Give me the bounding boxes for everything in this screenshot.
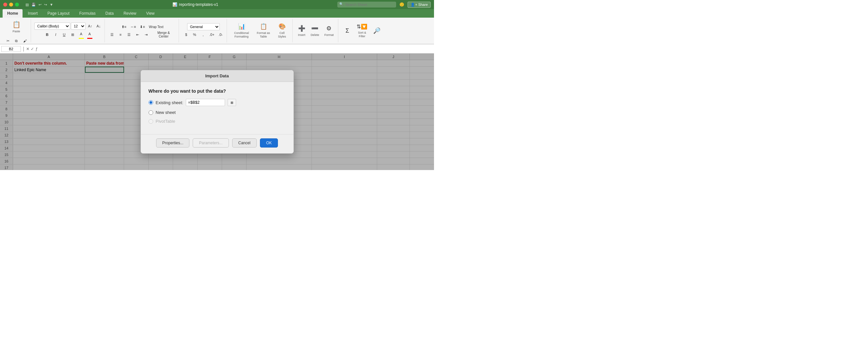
tab-formulas[interactable]: Formulas — [75, 9, 100, 18]
close-button[interactable] — [3, 3, 7, 6]
font-color-icon: A — [89, 32, 91, 36]
tab-data[interactable]: Data — [101, 9, 118, 18]
undo-icon[interactable]: ↩ — [38, 3, 41, 7]
underline-button[interactable]: U — [60, 31, 68, 38]
font-name-select[interactable]: Calibri (Body) — [34, 23, 70, 30]
dialog-overlay: Import Data Where do you want to put the… — [0, 54, 434, 170]
parameters-button[interactable]: Parameters... — [193, 138, 228, 148]
align-middle-button[interactable]: ↔≡ — [129, 23, 137, 30]
format-painter-button[interactable]: 🖌 — [21, 37, 29, 44]
format-painter-icon: 🖌 — [23, 39, 27, 43]
dialog-question: Where do you want to put the data? — [149, 89, 286, 94]
comma-button[interactable]: , — [199, 31, 207, 38]
tab-page-layout[interactable]: Page Layout — [43, 9, 74, 18]
formula-input[interactable] — [39, 47, 433, 51]
inc-decimal-button[interactable]: .0+ — [208, 31, 216, 38]
tab-home[interactable]: Home — [3, 9, 23, 18]
save-icon[interactable]: 💾 — [31, 3, 36, 7]
styles-row: 📊 Conditional Formatting 📋 Format as Tab… — [230, 21, 290, 40]
font-top-row: Calibri (Body) 12 A↑ A↓ — [34, 23, 102, 30]
delete-cells-icon: ➖ — [311, 25, 318, 32]
indent-increase-button[interactable]: ⇥ — [142, 31, 150, 38]
existing-sheet-radio[interactable] — [149, 100, 153, 105]
delete-cells-button[interactable]: ➖ Delete — [308, 21, 321, 40]
indent-decrease-button[interactable]: ⇤ — [133, 31, 142, 38]
format-cells-button[interactable]: ⚙ Format — [322, 21, 336, 40]
cell-styles-button[interactable]: 🎨 Cell Styles — [274, 21, 290, 40]
share-button[interactable]: 👤+ Share — [407, 2, 431, 8]
currency-icon: $ — [185, 33, 187, 36]
decrease-font-icon: A↓ — [97, 24, 101, 28]
italic-button[interactable]: I — [52, 31, 60, 38]
insert-cells-button[interactable]: ➕ Insert — [296, 21, 308, 40]
ok-button[interactable]: OK — [260, 138, 278, 148]
decrease-font-button[interactable]: A↓ — [95, 23, 102, 30]
existing-sheet-label: Existing sheet: — [156, 100, 184, 105]
font-bottom-row: B I U ⊞ A A — [43, 30, 94, 39]
font-color-bar — [87, 38, 92, 39]
existing-sheet-option: Existing sheet: ⊞ — [149, 99, 286, 106]
toolbar: 📋 Paste ✂ ⧉ 🖌 Calibri (Body) 12 A↑ A↓ — [0, 18, 434, 44]
paste-button[interactable]: 📋 Paste — [10, 17, 23, 36]
cancel-formula-icon[interactable]: ✕ — [26, 47, 29, 51]
currency-button[interactable]: $ — [182, 31, 190, 38]
insert-function-icon[interactable]: ƒ — [35, 47, 37, 51]
font-size-select[interactable]: 12 — [71, 23, 86, 30]
sheet-picker-button[interactable]: ⊞ — [227, 99, 236, 106]
search-input[interactable] — [337, 2, 396, 7]
align-left-button[interactable]: ☰ — [108, 31, 116, 38]
bold-button[interactable]: B — [43, 31, 51, 38]
clipboard-group: 📋 Paste ✂ ⧉ 🖌 — [2, 19, 31, 42]
percent-button[interactable]: % — [191, 31, 198, 38]
dec-decimal-button[interactable]: .0- — [217, 31, 225, 38]
alignment-bottom-row: ☰ ≡ ☰ ⇤ ⇥ Merge & Center — [108, 31, 177, 38]
sort-filter-icon: ⇅🔽 — [356, 24, 367, 30]
autosum-button[interactable]: Σ — [342, 21, 353, 40]
new-sheet-label: New sheet — [156, 110, 176, 115]
dec-decimal-icon: .0- — [218, 33, 223, 36]
find-select-button[interactable]: 🔎 — [371, 21, 383, 40]
confirm-formula-icon[interactable]: ✓ — [31, 47, 34, 51]
align-bottom-button[interactable]: ⬇≡ — [138, 23, 146, 30]
pivot-table-radio[interactable] — [149, 119, 153, 124]
align-top-button[interactable]: ⬆≡ — [120, 23, 128, 30]
pivot-table-label: PivotTable — [156, 119, 175, 124]
user-icon: 🙂 — [399, 2, 404, 7]
align-center-button[interactable]: ≡ — [117, 31, 124, 38]
sort-filter-button[interactable]: ⇅🔽 Sort & Filter — [354, 21, 370, 40]
copy-button[interactable]: ⧉ — [12, 37, 20, 44]
minimize-button[interactable] — [9, 3, 13, 6]
cut-button[interactable]: ✂ — [4, 37, 12, 44]
new-sheet-radio[interactable] — [149, 110, 153, 115]
formula-icons: ✕ ✓ ƒ — [26, 47, 37, 51]
merge-center-button[interactable]: Merge & Center — [151, 31, 177, 38]
align-right-button[interactable]: ☰ — [125, 31, 133, 38]
wrap-text-button[interactable]: Wrap Text — [147, 23, 165, 30]
existing-sheet-input[interactable] — [186, 99, 225, 106]
properties-button[interactable]: Properties... — [156, 138, 190, 148]
tab-view[interactable]: View — [142, 9, 159, 18]
maximize-button[interactable] — [15, 3, 19, 6]
highlight-button[interactable]: A — [78, 30, 85, 37]
file-icon: 📊 — [173, 2, 177, 7]
number-format-select[interactable]: General — [187, 23, 220, 30]
tab-insert[interactable]: Insert — [23, 9, 42, 18]
dialog-footer: Properties... Parameters... Cancel OK — [141, 134, 293, 153]
increase-font-button[interactable]: A↑ — [86, 23, 94, 30]
tab-review[interactable]: Review — [119, 9, 141, 18]
conditional-formatting-button[interactable]: 📊 Conditional Formatting — [230, 21, 253, 40]
share-icon: 👤+ — [410, 3, 417, 7]
more-icon[interactable]: ▼ — [50, 3, 53, 7]
redo-icon[interactable]: ↪ — [44, 3, 47, 7]
dialog-title: Import Data — [141, 70, 293, 82]
format-as-table-button[interactable]: 📋 Format as Table — [254, 21, 273, 40]
font-color-button[interactable]: A — [86, 30, 94, 37]
paste-icon: 📋 — [12, 21, 21, 28]
cancel-button[interactable]: Cancel — [232, 138, 257, 148]
borders-button[interactable]: ⊞ — [69, 31, 77, 38]
sidebar-icon[interactable]: ▤ — [26, 3, 29, 7]
copy-icon: ⧉ — [15, 39, 18, 43]
alignment-top-row: ⬆≡ ↔≡ ⬇≡ Wrap Text — [120, 23, 165, 30]
import-data-dialog: Import Data Where do you want to put the… — [141, 70, 294, 154]
cell-reference-input[interactable] — [1, 46, 21, 52]
